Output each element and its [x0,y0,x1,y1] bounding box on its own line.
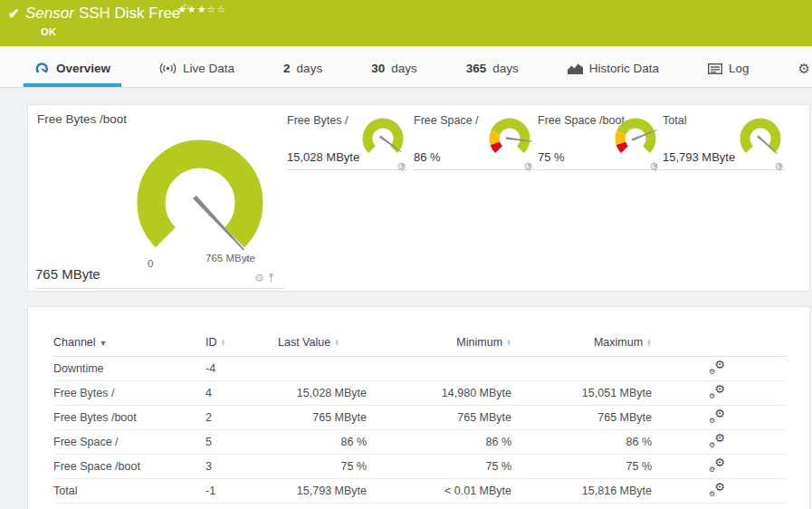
cell-id: 5 [205,429,278,454]
tab-log[interactable]: Log [697,46,760,87]
column-header-last-value[interactable]: Last Value▲▼ [278,329,367,356]
tab-live-data[interactable]: Live Data [148,46,245,87]
column-header-channel[interactable]: Channel▼ [53,329,205,356]
cell-minimum: 75 % [367,454,511,478]
cell-channel[interactable]: Total [53,478,205,503]
tab-30-days[interactable]: 30 days [360,46,428,87]
pin-icon[interactable] [399,163,406,173]
sort-icon: ▲▼ [334,339,339,346]
mini-gauge-tile-free-space-boot[interactable]: Free Space /boot 75 % ⚙ [538,112,661,170]
channel-settings-icon[interactable]: ⚙⚙ [709,482,725,496]
primary-gauge-scale-max: 765 MByte [205,253,255,264]
cell-channel[interactable]: Free Space / [53,429,205,454]
mini-gauge [484,114,535,161]
tile-gear-icon[interactable]: ⚙ [254,273,264,283]
tab-365-days[interactable]: 365 days [455,46,530,87]
sort-desc-icon: ▼ [100,339,108,348]
table-row-free-space-root[interactable]: Free Space / 5 86 % 86 % 86 % ⚙⚙ [53,429,787,454]
sensor-header: ✔ SensorSSH Disk Free⚐ ★★★☆☆ OK [0,0,812,46]
tab-2-days-label: days [297,62,323,75]
log-list-icon [708,63,722,74]
pin-icon[interactable] [652,163,659,173]
primary-gauge-label: Free Bytes /boot [37,112,127,126]
cell-id: -1 [205,478,278,503]
sensor-title: SensorSSH Disk Free⚐ [25,5,190,23]
sort-icon: ▲▼ [506,339,511,346]
pin-icon[interactable] [777,163,784,173]
mini-gauge-value: 15,793 MByte [663,150,735,164]
mini-gauge-label: Free Space / [414,114,479,127]
channel-settings-icon[interactable]: ⚙⚙ [709,457,725,472]
pin-icon[interactable] [526,163,533,173]
mini-tile-actions: ⚙ [396,161,406,172]
cell-minimum: 14,980 MByte [367,380,511,405]
cell-minimum: 765 MByte [367,405,511,429]
column-header-settings [652,329,787,356]
mini-gauge-tile-total[interactable]: Total 15,793 MByte ⚙ [663,112,786,170]
table-row-free-space-boot[interactable]: Free Space /boot 3 75 % 75 % 75 % ⚙⚙ [53,454,787,478]
table-row-total[interactable]: Total -1 15,793 MByte < 0.01 MByte 15,81… [53,478,787,503]
cell-maximum [511,356,652,380]
area-chart-icon [568,62,583,74]
mini-tile-actions: ⚙ [774,161,784,172]
mini-tile-actions: ⚙ [649,161,659,172]
cell-last-value: 86 % [278,429,367,454]
primary-tile-actions: ⚙ [254,273,275,283]
channel-settings-icon[interactable]: ⚙⚙ [709,408,725,423]
cell-minimum [367,356,511,380]
tab-historic-data[interactable]: Historic Data [557,46,670,87]
channel-settings-icon[interactable]: ⚙⚙ [709,384,725,399]
table-header-row: Channel▼ ID▲▼ Last Value▲▼ Minimum▲▼ Max… [53,329,787,356]
cell-id: 2 [205,405,278,429]
mini-tile-actions: ⚙ [523,161,533,172]
tab-settings[interactable]: ⚙ Settings [788,46,812,87]
tab-bar: Overview Live Data 2 days 30 days 365 da… [0,46,812,88]
column-header-id[interactable]: ID▲▼ [205,329,278,356]
primary-gauge: x [119,132,282,268]
sort-icon: ▲▼ [221,339,226,346]
primary-tile-divider [35,288,285,289]
channel-settings-icon[interactable]: ⚙⚙ [709,433,725,447]
cell-channel[interactable]: Downtime [53,356,205,380]
cell-last-value: 765 MByte [278,405,367,429]
tab-365-days-label: days [492,62,519,75]
tab-historic-data-label: Historic Data [589,62,659,75]
cell-channel[interactable]: Free Bytes /boot [53,405,205,429]
mini-gauge [358,114,408,161]
mini-gauge-tile-free-space-root[interactable]: Free Space / 86 % ⚙ [414,112,535,170]
priority-stars[interactable]: ★★★☆☆ [177,4,226,15]
cell-channel[interactable]: Free Space /boot [53,454,205,478]
column-header-minimum[interactable]: Minimum▲▼ [367,329,511,356]
cell-last-value: 15,793 MByte [278,478,367,503]
cell-id: 3 [205,454,278,478]
cell-channel[interactable]: Free Bytes / [53,380,205,405]
tab-overview[interactable]: Overview [24,46,121,87]
sensor-title-prefix: Sensor [25,5,74,22]
cell-id: -4 [205,356,278,380]
cell-minimum: 86 % [367,429,511,454]
cell-maximum: 86 % [511,429,652,454]
table-row-free-bytes-root[interactable]: Free Bytes / 4 15,028 MByte 14,980 MByte… [53,380,787,405]
cell-id: 4 [205,380,278,405]
gear-icon: ⚙ [798,62,810,75]
cell-minimum: < 0.01 MByte [367,478,511,503]
cell-maximum: 15,051 MByte [511,380,652,405]
status-ok-check-icon: ✔ [8,5,20,22]
sort-icon: ▲▼ [646,339,652,346]
column-header-maximum[interactable]: Maximum▲▼ [511,329,652,356]
tab-log-label: Log [729,62,750,75]
table-row-downtime[interactable]: Downtime -4 ⚙⚙ [53,356,787,380]
cell-last-value: 75 % [278,454,367,478]
table-row-free-bytes-boot[interactable]: Free Bytes /boot 2 765 MByte 765 MByte 7… [53,405,787,429]
gauge-icon [34,62,50,75]
channels-table: Channel▼ ID▲▼ Last Value▲▼ Minimum▲▼ Max… [53,329,787,504]
tab-2-days[interactable]: 2 days [272,46,333,87]
sensor-status-badge: OK [41,26,57,37]
pin-icon[interactable] [267,273,275,283]
channels-table-panel: Channel▼ ID▲▼ Last Value▲▼ Minimum▲▼ Max… [27,306,810,509]
tab-30-days-number: 30 [371,62,385,75]
mini-gauge-value: 75 % [538,150,565,164]
mini-gauge-tile-free-bytes-root[interactable]: Free Bytes / 15,028 MByte ⚙ [287,112,408,170]
mini-gauge-value: 86 % [414,150,441,164]
channel-settings-icon[interactable]: ⚙⚙ [709,360,725,374]
